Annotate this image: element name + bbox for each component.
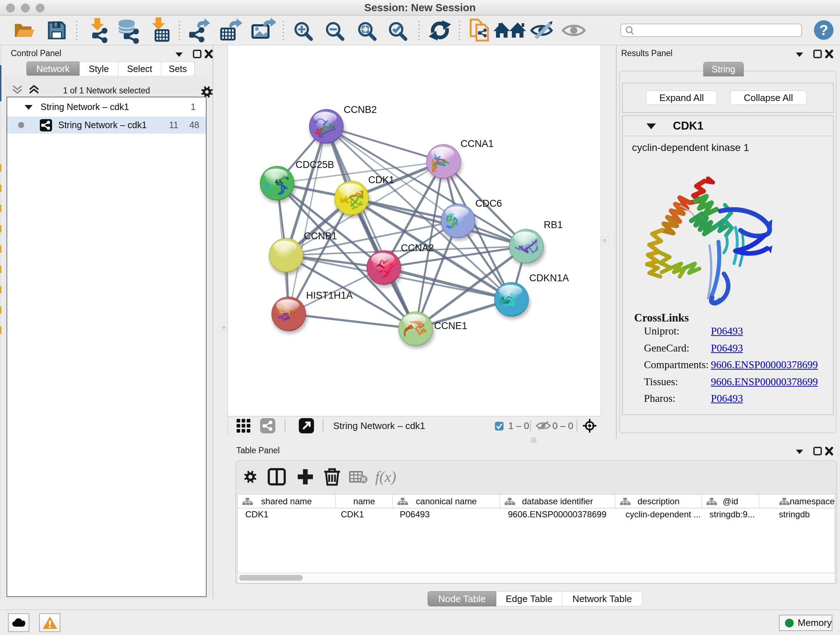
svg-text:CCNA1: CCNA1: [461, 138, 494, 149]
svg-text:CDK1: CDK1: [368, 174, 394, 185]
svg-text:CCNB1: CCNB1: [304, 231, 337, 241]
svg-text:CCNE1: CCNE1: [434, 320, 467, 331]
svg-text:CDKN1A: CDKN1A: [529, 272, 569, 283]
svg-text:f(x): f(x): [375, 469, 396, 486]
svg-text:1 – 0: 1 – 0: [508, 420, 529, 431]
svg-text:CDC6: CDC6: [475, 198, 502, 209]
svg-text:HIST1H1A: HIST1H1A: [306, 290, 353, 301]
svg-text:CCNB2: CCNB2: [344, 104, 377, 115]
svg-text:CCNA2: CCNA2: [401, 242, 434, 253]
svg-text:0 – 0: 0 – 0: [553, 420, 573, 431]
svg-text:RB1: RB1: [544, 219, 563, 230]
svg-text:CDC25B: CDC25B: [295, 159, 334, 170]
svg-text:String Network – cdk1: String Network – cdk1: [333, 420, 425, 431]
svg-text:?: ?: [819, 22, 828, 38]
